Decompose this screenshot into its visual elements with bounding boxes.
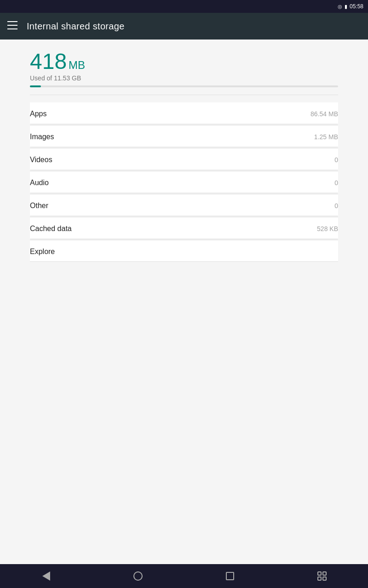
- explore-row: Explore: [30, 248, 338, 261]
- apps-value: 86.54 MB: [310, 110, 338, 118]
- home-button[interactable]: [124, 567, 152, 585]
- app-bar: Internal shared storage: [0, 13, 368, 40]
- other-row: Other 0: [30, 202, 338, 215]
- explore-label: Explore: [30, 248, 55, 256]
- svg-rect-2: [7, 28, 17, 29]
- apps-row: Apps 86.54 MB: [30, 110, 338, 124]
- list-item[interactable]: Explore: [30, 240, 338, 261]
- cached-value: 528 KB: [317, 225, 338, 232]
- audio-value: 0: [334, 179, 338, 187]
- audio-label: Audio: [30, 179, 49, 187]
- svg-rect-0: [7, 21, 17, 22]
- videos-row: Videos 0: [30, 156, 338, 170]
- list-item[interactable]: Apps 86.54 MB: [30, 102, 338, 125]
- cached-label: Cached data: [30, 225, 72, 233]
- list-item[interactable]: Videos 0: [30, 148, 338, 171]
- images-label: Images: [30, 133, 54, 141]
- main-content: 418 MB Used of 11.53 GB Apps 86.54 MB Im…: [0, 40, 368, 564]
- storage-list: Apps 86.54 MB Images 1.25 MB Videos 0: [30, 102, 338, 262]
- other-label: Other: [30, 202, 48, 210]
- menu-icon[interactable]: [7, 21, 17, 32]
- bottom-nav: [0, 564, 368, 588]
- apps-label: Apps: [30, 110, 46, 118]
- storage-number: 418: [30, 51, 67, 73]
- status-icons: ◎ ▮ 05:58: [338, 3, 363, 10]
- status-bar: ◎ ▮ 05:58: [0, 0, 368, 13]
- page-title: Internal shared storage: [27, 21, 125, 32]
- back-icon: [42, 571, 50, 581]
- audio-row: Audio 0: [30, 179, 338, 192]
- recents-icon: [226, 572, 234, 580]
- storage-unit: MB: [69, 59, 85, 72]
- wifi-icon: ◎: [338, 4, 342, 10]
- svg-rect-4: [323, 572, 326, 575]
- back-button[interactable]: [32, 567, 60, 585]
- home-icon: [133, 571, 143, 581]
- videos-label: Videos: [30, 156, 52, 164]
- screenshot-icon: [317, 571, 327, 581]
- videos-value: 0: [334, 156, 338, 164]
- screenshot-button[interactable]: [308, 567, 336, 585]
- other-value: 0: [334, 202, 338, 209]
- cached-row: Cached data 528 KB: [30, 225, 338, 238]
- svg-rect-5: [318, 577, 321, 580]
- svg-rect-6: [323, 577, 326, 580]
- list-item[interactable]: Other 0: [30, 194, 338, 217]
- images-row: Images 1.25 MB: [30, 133, 338, 147]
- list-item[interactable]: Cached data 528 KB: [30, 217, 338, 240]
- divider-7: [30, 261, 338, 262]
- total-progress-bar: [30, 85, 338, 87]
- storage-used-text: Used of 11.53 GB: [30, 74, 338, 82]
- list-item[interactable]: Audio 0: [30, 171, 338, 194]
- images-value: 1.25 MB: [314, 133, 338, 141]
- storage-header: 418 MB Used of 11.53 GB: [30, 51, 338, 87]
- list-item[interactable]: Images 1.25 MB: [30, 125, 338, 148]
- svg-rect-3: [318, 572, 321, 575]
- header-divider: [30, 95, 338, 95]
- status-time: 05:58: [350, 3, 363, 10]
- svg-rect-1: [7, 25, 17, 26]
- storage-size-display: 418 MB: [30, 51, 338, 73]
- battery-icon: ▮: [345, 4, 347, 10]
- recents-button[interactable]: [216, 567, 244, 585]
- total-progress-fill: [30, 85, 41, 87]
